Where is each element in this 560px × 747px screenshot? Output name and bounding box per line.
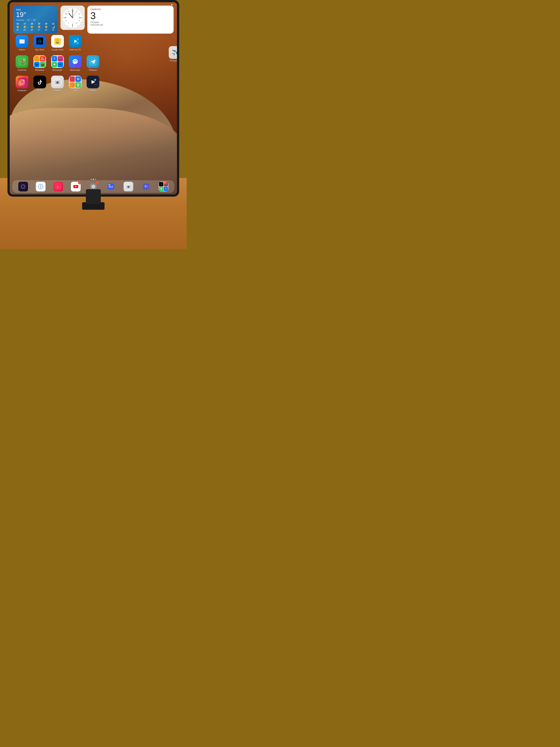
svg-point-56 xyxy=(57,82,58,83)
dock-app-olx[interactable]: OLX xyxy=(102,182,119,191)
instagram-badge: 1 xyxy=(26,76,28,78)
weather-city: Київ xyxy=(16,8,55,11)
dock-app-youtube[interactable]: 1 xyxy=(67,182,84,191)
svg-text:9: 9 xyxy=(65,17,66,19)
games-folder-icon: 🎮 ⚽ 🎯 🃏 xyxy=(69,76,82,88)
status-bar-right: 🔋 xyxy=(170,4,173,6)
svg-point-51 xyxy=(23,80,24,81)
app-camera[interactable]: Камера xyxy=(49,76,66,92)
dock-app-social-folder[interactable]: ♪ 📷 💬 f xyxy=(155,182,172,191)
svg-text:1: 1 xyxy=(76,11,77,12)
svg-text:8: 8 xyxy=(65,20,66,22)
svg-text:TV: TV xyxy=(77,43,78,44)
widgets-row: Київ 19° Сонячно ↓ 10° ↑ 19° 16 ☀️ 19° 1… xyxy=(13,6,174,34)
svg-text:11: 11 xyxy=(68,11,70,12)
svg-rect-84 xyxy=(95,186,96,187)
tiktok-icon xyxy=(33,76,46,88)
music-icon: ♪ xyxy=(53,182,63,191)
app-messenger-folder[interactable]: f 📷 💬 ✉ Messenger xyxy=(49,55,66,71)
nplayer-label: nPlayer xyxy=(89,89,96,92)
svg-rect-48 xyxy=(18,78,26,86)
nplayer-icon: LITE ▶ xyxy=(87,76,99,88)
page-dot-3 xyxy=(95,179,96,180)
forecast-day-17: 17 ☀️ 19° xyxy=(23,23,26,31)
app-kyivstartv[interactable]: TV ✦ Київстар ТБ xyxy=(66,35,84,51)
calendar-event: Сегоднясобытий нет xyxy=(90,21,170,26)
camera-dock-icon xyxy=(124,182,133,191)
svg-rect-31 xyxy=(20,40,22,41)
kyivstartv-icon: TV ✦ xyxy=(69,35,82,48)
svg-rect-36 xyxy=(56,43,59,44)
app-goatchat[interactable]: 🐐 AI GoatChat xyxy=(13,55,31,71)
ipad-stand xyxy=(86,189,101,204)
stores-folder-icon: 🛒 🏪 🛍 💼 xyxy=(33,55,46,68)
messenger-icon xyxy=(69,55,82,68)
svg-text:10: 10 xyxy=(65,13,67,15)
files-icon xyxy=(16,35,28,48)
svg-rect-81 xyxy=(93,184,94,185)
clock-widget[interactable]: 12 6 3 9 1 2 4 5 7 8 10 11 xyxy=(60,6,85,30)
dock-app-teams[interactable]: T xyxy=(137,182,155,191)
svg-point-95 xyxy=(128,186,129,188)
svg-rect-82 xyxy=(93,188,94,189)
dock-app-safari[interactable] xyxy=(32,182,49,191)
kyivstartv-label: Київстар ТБ xyxy=(70,49,81,51)
travel-folder-icon: ✈️ xyxy=(169,46,177,59)
weather-condition: Сонячно ↓ 10° ↑ 19° xyxy=(16,19,55,21)
svg-text:3: 3 xyxy=(79,17,80,19)
app-googlekeep[interactable]: Google Keep xyxy=(49,35,66,51)
forecast-day-16: 16 ☀️ 19° xyxy=(16,23,19,31)
svg-rect-35 xyxy=(56,42,59,43)
svg-text:LITE: LITE xyxy=(94,84,97,85)
app-files[interactable]: Файлы xyxy=(13,35,31,51)
weather-widget[interactable]: Київ 19° Сонячно ↓ 10° ↑ 19° 16 ☀️ 19° 1… xyxy=(13,6,58,34)
appstore-icon: 🅰 xyxy=(33,35,46,48)
dock-app-music[interactable]: ♪ xyxy=(50,182,67,191)
weather-temp: 19° xyxy=(16,11,55,18)
goatchat-label: GoatChat xyxy=(18,69,26,71)
apps-section: Файлы 🅰 App Store xyxy=(13,35,174,96)
calendar-day-name: СУББОТА xyxy=(90,8,170,10)
dock-app-mirror[interactable] xyxy=(15,182,32,191)
app-instagram[interactable]: 1 Instagram xyxy=(13,76,31,92)
apps-row-1: Файлы 🅰 App Store xyxy=(13,35,174,51)
messenger-label: Messenger xyxy=(70,69,80,71)
camera-label: Камера xyxy=(54,89,61,92)
app-nplayer[interactable]: LITE ▶ nPlayer xyxy=(84,76,102,92)
forecast-day-18: 18 ☀️ 18° xyxy=(30,23,33,31)
app-games-folder[interactable]: 🎮 ⚽ 🎯 🃏 Ігри xyxy=(66,76,84,92)
svg-text:2: 2 xyxy=(79,13,80,15)
ipad-screen: 🔋 Київ 19° Сонячно ↓ 10° ↑ 19° 16 ☀️ 19 xyxy=(10,2,177,195)
page-dot-2 xyxy=(93,179,94,180)
messenger-folder-label: Messenger xyxy=(52,69,62,71)
svg-point-34 xyxy=(56,38,59,42)
svg-rect-57 xyxy=(59,80,60,81)
app-telegram[interactable]: Telegram xyxy=(84,55,102,71)
apps-row-3: 1 Instagram TikTok xyxy=(13,76,174,92)
svg-text:AI: AI xyxy=(23,59,25,61)
svg-point-80 xyxy=(93,186,94,187)
page-dot-1 xyxy=(90,179,92,180)
tiktok-label: TikTok xyxy=(37,89,43,92)
dock-app-camera[interactable] xyxy=(120,182,137,191)
mirror-icon xyxy=(18,182,28,191)
app-stores-folder[interactable]: 🛒 🏪 🛍 💼 Магазини xyxy=(31,55,49,71)
svg-point-28 xyxy=(72,17,73,18)
teams-icon: T xyxy=(141,182,151,191)
partial-app-travel: ✈️ Путешест... xyxy=(169,46,177,62)
svg-rect-63 xyxy=(20,183,26,190)
goatchat-icon: 🐐 AI xyxy=(16,55,28,68)
status-bar: 🔋 xyxy=(10,2,177,8)
googlekeep-icon xyxy=(51,35,64,48)
svg-rect-52 xyxy=(36,78,44,86)
app-tiktok[interactable]: TikTok xyxy=(31,76,49,92)
forecast-day-20: 20 ☀️ 16° xyxy=(45,23,48,31)
svg-rect-91 xyxy=(108,184,110,185)
svg-text:OLX: OLX xyxy=(109,186,113,188)
svg-rect-99 xyxy=(146,185,148,187)
app-appstore[interactable]: 🅰 App Store xyxy=(31,35,49,51)
calendar-widget[interactable]: СУББОТА 3 Сегоднясобытий нет xyxy=(87,6,174,34)
camera-icon xyxy=(51,76,64,88)
instagram-icon: 1 xyxy=(16,76,28,88)
app-messenger[interactable]: Messenger xyxy=(66,55,84,71)
